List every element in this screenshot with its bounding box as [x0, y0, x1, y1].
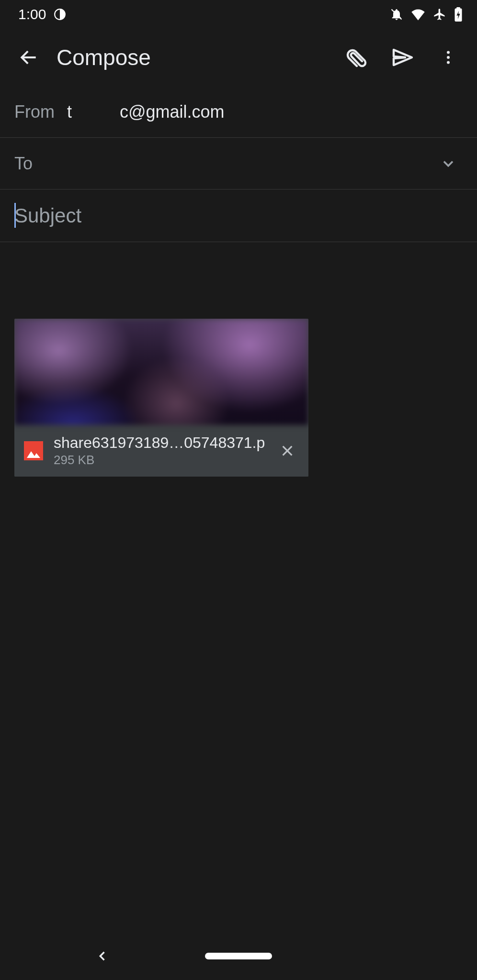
battery-charging-icon	[454, 7, 463, 22]
svg-point-8	[447, 56, 450, 59]
system-nav-bar	[0, 932, 477, 980]
attachment-card[interactable]: share631973189…05748371.png 295 KB	[14, 319, 308, 477]
attachment-filesize: 295 KB	[54, 453, 265, 468]
status-bar-left: 1:00	[18, 6, 66, 22]
to-label: To	[14, 154, 53, 174]
attachment-filename: share631973189…05748371.png	[54, 434, 265, 452]
attachment-info-bar: share631973189…05748371.png 295 KB	[14, 425, 308, 477]
attachment-text: share631973189…05748371.png 295 KB	[54, 434, 265, 468]
system-home-pill[interactable]	[205, 953, 272, 959]
remove-attachment-button[interactable]	[276, 439, 299, 462]
back-button[interactable]	[6, 34, 52, 80]
dnd-off-icon	[390, 8, 403, 21]
from-value-right: c@gmail.com	[120, 102, 225, 122]
app-indicator-icon	[54, 8, 66, 21]
compose-body[interactable]: share631973189…05748371.png 295 KB	[0, 242, 477, 491]
to-input[interactable]	[53, 154, 434, 174]
svg-marker-6	[394, 50, 412, 65]
svg-point-7	[447, 51, 450, 54]
svg-point-9	[447, 61, 450, 64]
svg-marker-10	[27, 451, 40, 458]
from-label: From	[14, 102, 67, 122]
system-back-button[interactable]	[96, 949, 109, 963]
status-bar-right	[390, 7, 463, 22]
status-time: 1:00	[18, 6, 46, 22]
attachment-preview-image	[14, 319, 308, 425]
airplane-mode-icon	[433, 8, 446, 21]
from-row[interactable]: From t c@gmail.com	[0, 86, 477, 138]
from-values: t c@gmail.com	[67, 102, 225, 122]
svg-rect-3	[456, 7, 460, 9]
from-value-left: t	[67, 102, 72, 122]
wifi-icon	[411, 8, 425, 21]
subject-input[interactable]	[14, 203, 463, 228]
subject-row	[0, 189, 477, 242]
status-bar: 1:00	[0, 0, 477, 29]
attach-button[interactable]	[333, 34, 379, 80]
text-cursor	[14, 203, 16, 228]
app-bar: Compose	[0, 29, 477, 86]
expand-recipients-button[interactable]	[434, 149, 463, 178]
image-filetype-icon	[24, 441, 43, 460]
send-button[interactable]	[379, 34, 425, 80]
to-row: To	[0, 138, 477, 189]
more-options-button[interactable]	[425, 34, 471, 80]
page-title: Compose	[52, 45, 333, 70]
